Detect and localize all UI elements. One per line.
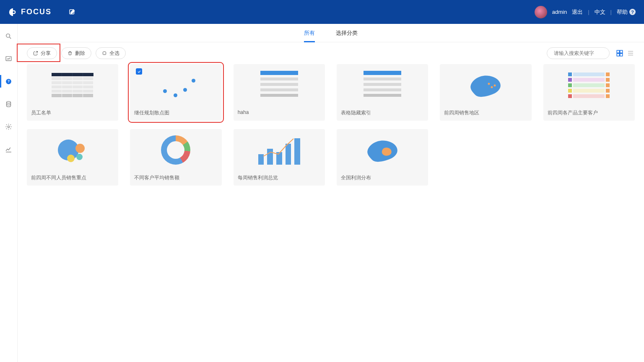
svg-rect-9 <box>103 52 106 55</box>
tab-category[interactable]: 选择分类 <box>336 24 358 42</box>
card-preview <box>337 129 428 171</box>
compose-icon[interactable] <box>68 8 76 16</box>
username[interactable]: admin <box>552 9 567 15</box>
brand-text: FOCUS <box>21 8 52 16</box>
card-item[interactable]: 前四周各产品主要客户 <box>543 64 635 121</box>
app-header: FOCUS admin 退出 | 中文 | 帮助 ? <box>0 0 644 24</box>
card-preview <box>543 64 635 106</box>
card-title: haha <box>234 106 325 119</box>
card-title: 前四周各产品主要客户 <box>543 106 635 121</box>
svg-point-3 <box>6 34 10 37</box>
delete-button[interactable]: 删除 <box>61 47 91 59</box>
svg-point-8 <box>8 126 9 127</box>
card-title: 前四周不同人员销售重点 <box>27 171 118 186</box>
sidebar: ? <box>0 24 18 362</box>
svg-rect-14 <box>620 54 623 56</box>
help-text: 帮助 <box>617 8 628 16</box>
card-title: 表格隐藏索引 <box>337 106 428 121</box>
card-title: 继任规划散点图 <box>130 106 221 121</box>
svg-rect-4 <box>6 56 11 60</box>
svg-point-17 <box>494 85 496 87</box>
card-item[interactable]: 继任规划散点图 <box>130 64 221 121</box>
square-icon <box>102 51 107 56</box>
tab-all[interactable]: 所有 <box>304 24 315 42</box>
share-label: 分享 <box>41 50 51 57</box>
card-grid: 员工名单继任规划散点图haha表格隐藏索引前四周销售地区前四周各产品主要客户前四… <box>18 64 644 195</box>
svg-point-15 <box>488 83 490 85</box>
list-view-button[interactable] <box>626 49 635 57</box>
card-preview <box>130 129 221 171</box>
search-input[interactable] <box>554 50 617 56</box>
sidebar-analytics[interactable] <box>0 143 18 155</box>
header-right: admin 退出 | 中文 | 帮助 ? <box>535 6 636 18</box>
card-item[interactable]: 全国利润分布 <box>337 129 428 186</box>
sidebar-questions[interactable]: ? <box>0 75 18 88</box>
sidebar-data[interactable] <box>0 98 18 110</box>
card-item[interactable]: 表格隐藏索引 <box>337 64 428 121</box>
card-item[interactable]: 每周销售利润总览 <box>234 129 325 186</box>
card-title: 员工名单 <box>27 106 118 121</box>
card-preview <box>337 64 428 106</box>
view-toggle <box>615 49 635 57</box>
language-link[interactable]: 中文 <box>595 8 605 16</box>
card-title: 不同客户平均销售额 <box>130 171 221 186</box>
select-all-button[interactable]: 全选 <box>96 47 126 59</box>
card-item[interactable]: 不同客户平均销售额 <box>130 129 221 186</box>
card-item[interactable]: 员工名单 <box>27 64 118 121</box>
delete-label: 删除 <box>75 50 85 57</box>
card-item[interactable]: 前四周销售地区 <box>440 64 531 121</box>
sidebar-search[interactable] <box>0 30 18 42</box>
card-checkbox[interactable] <box>136 68 142 75</box>
divider: | <box>588 9 589 15</box>
share-icon <box>33 51 38 56</box>
logo-icon <box>8 8 18 17</box>
card-title: 前四周销售地区 <box>440 106 531 121</box>
main-content: 所有 选择分类 分享 删除 全选 <box>18 24 644 362</box>
help-icon: ? <box>629 9 636 15</box>
card-title: 每周销售利润总览 <box>234 171 325 186</box>
trash-icon <box>68 51 73 56</box>
svg-text:?: ? <box>8 79 10 83</box>
toolbar: 分享 删除 全选 <box>18 42 644 64</box>
svg-point-1 <box>13 11 15 13</box>
select-all-label: 全选 <box>109 50 119 57</box>
svg-point-16 <box>491 86 493 88</box>
logo[interactable]: FOCUS <box>8 8 52 17</box>
card-preview <box>440 64 531 106</box>
card-preview <box>130 64 221 106</box>
search-input-wrap[interactable] <box>547 47 610 59</box>
help-link[interactable]: 帮助 ? <box>617 8 636 16</box>
svg-rect-12 <box>620 50 623 53</box>
grid-view-button[interactable] <box>615 49 624 57</box>
card-preview <box>27 129 118 171</box>
card-preview <box>27 64 118 106</box>
sidebar-settings[interactable] <box>0 120 18 133</box>
card-title: 全国利润分布 <box>337 171 428 186</box>
divider: | <box>610 9 612 15</box>
svg-point-7 <box>7 101 11 103</box>
share-button[interactable]: 分享 <box>27 47 57 59</box>
logout-link[interactable]: 退出 <box>572 8 583 16</box>
card-preview <box>234 129 325 171</box>
tab-bar: 所有 选择分类 <box>18 24 644 42</box>
svg-rect-11 <box>617 50 619 53</box>
card-preview <box>234 64 325 106</box>
card-item[interactable]: 前四周不同人员销售重点 <box>27 129 118 186</box>
card-item[interactable]: haha <box>234 64 325 121</box>
svg-rect-13 <box>617 54 619 56</box>
avatar[interactable] <box>535 6 547 18</box>
sidebar-dashboard[interactable] <box>0 52 18 65</box>
